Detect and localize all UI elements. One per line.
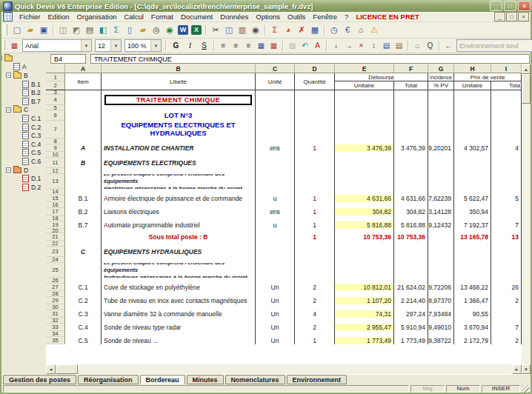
tree-item-D[interactable]: −D [1,166,46,175]
cell-E22[interactable] [335,241,394,247]
save-icon[interactable]: ▣ [37,24,50,36]
italic-button[interactable]: I [183,39,197,52]
tree-item-C.2[interactable]: C.2 [1,123,46,132]
cell-F17[interactable]: 304,82 [394,208,428,216]
cell-H16[interactable] [454,202,491,208]
tab-environnement[interactable]: Environnement [287,375,348,384]
cell-H24[interactable] [454,257,491,263]
cell-I33[interactable]: 7 [491,324,522,331]
cell-F30[interactable] [394,304,428,310]
cell-E9[interactable]: 3 476,39 [335,144,394,152]
align-center-icon[interactable]: ≡ [230,40,242,51]
cell-H31[interactable]: 90,55 [454,310,491,318]
cell-A9[interactable]: A [65,144,102,152]
cell-B21[interactable]: Sous total poste : B [102,233,256,241]
tree-item-C.4[interactable]: C.4 [1,140,46,149]
cell-F10[interactable] [394,152,428,158]
cell-E4[interactable] [335,95,394,105]
tree-item-D.1[interactable]: D.1 [1,174,46,183]
scroll-up-icon[interactable]: ▲ [522,64,531,74]
folder-small-icon[interactable]: ▰ [136,24,150,36]
cell-A35[interactable]: C.5 [65,337,102,344]
cell-D12[interactable] [295,168,335,174]
cell-E29[interactable]: 1 107,20 [335,297,394,304]
cell-E7[interactable] [335,121,394,138]
cell-C31[interactable]: Un [256,310,295,318]
cell-B9[interactable]: INSTALLATION DE CHANTIER [102,144,256,152]
row-delete-icon[interactable]: ▤ [393,40,405,51]
cell-H27[interactable]: 13 468,22 [454,284,491,291]
cell-E33[interactable]: 2 955,47 [335,324,394,331]
cell-A24[interactable] [65,257,102,263]
cell-A27[interactable]: C.1 [65,284,102,291]
cell-C23[interactable] [256,247,295,257]
cell-G13[interactable] [428,174,454,189]
cell-D30[interactable] [295,304,335,310]
cell-H29[interactable]: 1 366,47 [454,297,491,304]
row-header-16[interactable]: 16 [46,202,65,208]
cell-I11[interactable] [491,158,522,168]
mdi-minimize-button[interactable]: _ [494,12,505,21]
cell-F16[interactable] [394,202,428,208]
cell-G10[interactable] [428,152,454,158]
print-icon[interactable]: ▤ [83,24,96,36]
cell-G35[interactable]: 19,38722 [428,337,454,344]
cell-C25[interactable] [256,263,295,278]
cell-D15[interactable]: 1 [295,195,335,202]
cell-A8[interactable] [65,138,102,144]
cell-E26[interactable] [335,278,394,284]
cell-B14[interactable] [102,189,256,195]
cell-A17[interactable]: B.2 [65,208,102,216]
cell-A10[interactable] [65,152,102,158]
row-header-23[interactable]: 23 [46,247,65,257]
menu-fichier[interactable]: Fichier [16,12,44,21]
cell-E16[interactable] [335,202,394,208]
cell-F18[interactable] [394,216,428,221]
cell-E19[interactable]: 5 816,88 [335,221,394,229]
column-header-B[interactable]: B [102,64,256,73]
row-header-1[interactable]: 1 [46,73,65,81]
tree-item-C.1[interactable]: C.1 [1,114,46,123]
menu-donnes[interactable]: Données [216,12,252,21]
cell-E5[interactable] [335,105,394,110]
cell-C21[interactable] [256,233,295,241]
cell-C29[interactable]: Un [256,297,295,304]
cell-F32[interactable] [394,318,428,324]
cell-B34[interactable] [102,331,256,337]
cell-F12[interactable] [394,168,428,174]
cell-G14[interactable] [428,189,454,195]
align-left-icon[interactable]: ≡ [217,40,230,51]
cell-B35[interactable]: Sonde de niveau ... [102,337,256,344]
cell-D13[interactable] [295,174,335,189]
cell-B25[interactable]: Le présent chapitre comprend l'ensemble … [102,263,256,278]
row-header-32[interactable]: 32 [46,318,65,324]
cell-B11[interactable]: EQUIPEMENTS ELECTRIQUES [102,158,256,168]
cell-A26[interactable] [65,278,102,284]
cell-F25[interactable] [394,263,428,278]
tab-nomenclatures[interactable]: Nomenclatures [225,375,285,384]
scroll-right-icon[interactable]: ► [512,364,522,374]
cell-B33[interactable]: Sonde de niveau type radar [102,324,256,331]
cell-A12[interactable] [65,168,102,174]
cell-D27[interactable]: 2 [295,284,335,291]
cell-D18[interactable] [295,216,335,221]
cell-I31[interactable] [491,310,522,318]
cell-E14[interactable] [335,189,394,195]
cell-F7[interactable] [394,121,428,138]
cell-D32[interactable] [295,318,335,324]
cell-F4[interactable] [394,95,428,105]
menu-outils[interactable]: Outils [284,12,309,21]
cell-G18[interactable] [428,216,454,221]
cell-C9[interactable]: ens [256,144,295,152]
row-header-34[interactable]: 34 [46,331,65,337]
cell-F22[interactable] [394,241,428,247]
cell-A11[interactable]: B [65,158,102,168]
row-header-11[interactable]: 11 [46,158,65,168]
cell-E34[interactable] [335,331,394,337]
scroll-left-icon[interactable]: ◄ [46,364,56,374]
cell-H30[interactable] [454,304,491,310]
cell-C24[interactable] [256,257,295,263]
tree-item-root[interactable]: − [1,54,46,63]
cell-F26[interactable] [394,278,428,284]
tree-expander-icon[interactable]: − [6,167,11,173]
